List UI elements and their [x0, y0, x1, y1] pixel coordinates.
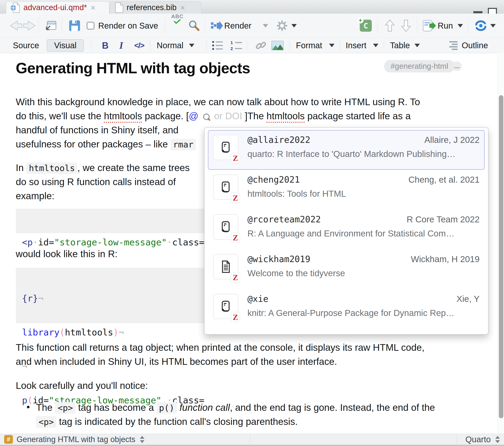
source-dropdown-icon[interactable]: [490, 14, 496, 38]
gear-dropdown-icon[interactable]: [291, 14, 297, 38]
reference-type-icon: Z: [213, 174, 238, 200]
citation-key: @xie: [248, 294, 268, 304]
document-format-selector[interactable]: Quarto: [457, 434, 504, 445]
citation-item-text: @allaire2022 Allaire, J 2022 quarto: R I…: [248, 135, 480, 165]
tab-references-bib[interactable]: references.bib ×: [110, 1, 201, 14]
tab-advanced-ui-qmd[interactable]: advanced-ui.qmd* ×: [6, 1, 109, 14]
reference-type-icon: Z: [213, 254, 238, 279]
run-previous-chunks-button[interactable]: [385, 14, 395, 38]
zotero-badge-icon: Z: [231, 312, 240, 322]
window-bottom-edge: [0, 445, 504, 446]
gear-icon[interactable]: [276, 14, 288, 38]
more-options-button[interactable]: ...: [452, 62, 462, 71]
citation-item[interactable]: Z @cheng2021 Cheng, et al. 2021 htmltool…: [208, 170, 485, 209]
citation-title: htmltools: Tools for HTML: [248, 189, 480, 199]
citation-title: quarto: R Interface to 'Quarto' Markdown…: [248, 149, 480, 159]
image-button[interactable]: [271, 38, 284, 53]
numbered-list-button[interactable]: 1 2: [231, 38, 242, 53]
citation-key: @cheng2021: [248, 174, 300, 185]
render-dropdown-icon[interactable]: [263, 14, 268, 38]
reference-type-icon: Z: [213, 214, 238, 240]
bullet-marker: •: [27, 401, 30, 412]
tab-label-advanced-ui: advanced-ui.qmd*: [23, 3, 87, 12]
toolbar-divider: [165, 17, 165, 34]
close-icon[interactable]: ×: [90, 3, 95, 12]
outline-icon[interactable]: [449, 38, 458, 53]
citation-item-text: @rcoreteam2022 R Core Team 2022 R: A Lan…: [248, 214, 480, 244]
run-icon[interactable]: [423, 14, 436, 38]
toolbar-divider: [62, 17, 62, 34]
render-label[interactable]: Render: [224, 14, 251, 38]
citation-author-year: Cheng, et al. 2021: [409, 175, 480, 185]
paragraph-style-dropdown-icon[interactable]: [189, 38, 194, 53]
format-up-down-icon[interactable]: [495, 436, 500, 443]
bold-button[interactable]: B: [102, 38, 108, 53]
find-replace-button[interactable]: [188, 14, 200, 38]
paragraph-line: do so using R function calls instead of: [16, 176, 176, 188]
save-button[interactable]: [69, 14, 80, 38]
citation-item-text: @wickham2019 Wickham, H 2019 Welcome to …: [248, 254, 480, 284]
paragraph-line: Look carefully and you'll notice:: [16, 379, 148, 392]
run-next-chunk-button[interactable]: [401, 14, 411, 38]
paragraph-line: usefulness for other packages – like rma…: [16, 138, 196, 151]
zotero-badge-icon: Z: [231, 273, 240, 282]
section-id-badge: #generating-html: [384, 60, 455, 72]
source-mode-button[interactable]: Source: [13, 38, 39, 53]
bullet-line: <p> tag is indicated by the function cal…: [36, 415, 298, 428]
run-dropdown-icon[interactable]: [458, 14, 463, 38]
render-button[interactable]: [211, 14, 223, 38]
format-label: Quarto: [466, 435, 491, 444]
paragraph-line-with-citation[interactable]: do this, we'll use the htmltools package…: [16, 110, 411, 122]
minimize-icon[interactable]: [473, 11, 483, 13]
scrollbar-thumb[interactable]: [499, 95, 503, 418]
render-on-save-checkbox[interactable]: [87, 14, 94, 38]
italic-button[interactable]: I: [119, 38, 123, 53]
paragraph-line: example:: [16, 190, 54, 202]
table-menu[interactable]: Table: [390, 38, 410, 53]
citation-item[interactable]: Z @allaire2022 Allaire, J 2022 quarto: R…: [208, 130, 485, 170]
forward-button[interactable]: [23, 14, 36, 38]
format-menu[interactable]: Format: [296, 38, 322, 53]
outline-section-selector[interactable]: Generating HTML with tag objects: [17, 434, 144, 445]
qmd-file-icon: [11, 2, 20, 13]
vertical-scrollbar[interactable]: [498, 53, 504, 434]
zotero-badge-icon: Z: [231, 154, 240, 163]
outline-toggle-button[interactable]: Outline: [462, 38, 488, 53]
section-up-down-icon[interactable]: [140, 436, 144, 443]
bullet-list-button[interactable]: [212, 38, 223, 53]
format-menu-dropdown-icon[interactable]: [329, 38, 335, 53]
bullet-line: The <p> tag has become a p() function ca…: [36, 401, 435, 414]
citation-item[interactable]: Z @wickham2019 Wickham, H 2019 Welcome t…: [208, 249, 485, 289]
toolbar-divider: [150, 40, 150, 51]
run-label[interactable]: Run: [438, 14, 453, 38]
toolbar-divider: [290, 40, 290, 51]
paragraph-line: With this background knowledge in place,…: [16, 96, 420, 108]
citation-item[interactable]: Z @xie Xie, Y knitr: A General-Purpose P…: [208, 289, 485, 329]
open-in-new-window-button[interactable]: [45, 14, 57, 38]
insert-menu-dropdown-icon[interactable]: [373, 38, 378, 53]
editor-tab-bar: advanced-ui.qmd* × references.bib ×: [0, 0, 504, 14]
citation-title: Welcome to the tidyverse: [248, 268, 480, 278]
insert-chunk-button[interactable]: +C: [360, 14, 372, 38]
code-format-button[interactable]: </>: [134, 38, 144, 53]
toolbar-divider: [340, 40, 340, 51]
heading-level-icon: #: [4, 435, 13, 444]
zotero-badge-icon: Z: [231, 233, 240, 242]
insert-menu[interactable]: Insert: [346, 38, 366, 53]
format-toolbar: Source Visual B I </> Normal 1 2: [0, 38, 504, 53]
close-icon[interactable]: ×: [180, 3, 185, 12]
citation-author-year: Wickham, H 2019: [411, 254, 480, 264]
current-section-label: Generating HTML with tag objects: [17, 435, 135, 444]
visual-mode-button[interactable]: Visual: [47, 39, 84, 51]
spellcheck-button[interactable]: ABC: [171, 14, 183, 38]
citation-title: R: A Language and Environment for Statis…: [248, 229, 480, 239]
source-refresh-icon[interactable]: [475, 14, 487, 38]
citation-item[interactable]: Z @rcoreteam2022 R Core Team 2022 R: A L…: [208, 209, 485, 249]
page-title: Generating HTML with tag objects: [16, 60, 250, 77]
tab-label-references: references.bib: [127, 3, 177, 12]
back-button[interactable]: [10, 14, 22, 38]
link-button[interactable]: [255, 38, 267, 53]
toolbar-divider: [378, 17, 378, 34]
table-menu-dropdown-icon[interactable]: [414, 38, 420, 53]
paragraph-style-dropdown[interactable]: Normal: [157, 38, 183, 53]
